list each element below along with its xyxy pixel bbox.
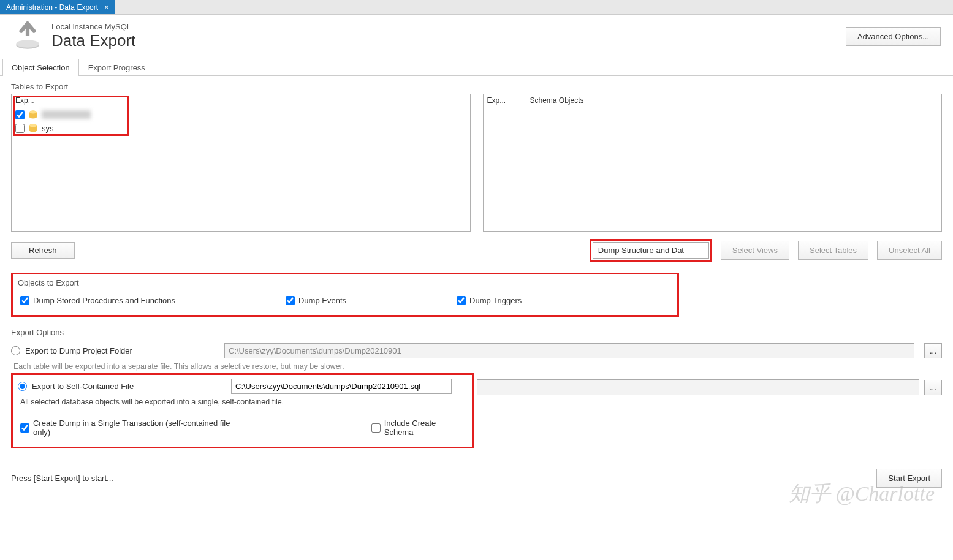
export-file-label: Export to Self-Contained File xyxy=(32,382,134,391)
col-exp-right: Exp... xyxy=(487,96,512,105)
file-path-input[interactable] xyxy=(231,379,452,394)
window-tab-bar: Administration - Data Export × xyxy=(0,0,953,15)
advanced-options-button[interactable]: Advanced Options... xyxy=(846,27,941,46)
tab-object-selection[interactable]: Object Selection xyxy=(2,59,79,76)
schema-checkbox-sys[interactable] xyxy=(15,124,25,133)
folder-help-text: Each table will be exported into a separ… xyxy=(13,362,942,371)
single-transaction-label: Create Dump in a Single Transaction (sel… xyxy=(33,418,249,437)
tables-to-export-label: Tables to Export xyxy=(11,82,942,91)
export-options-label: Export Options xyxy=(11,328,942,337)
svg-point-1 xyxy=(16,40,39,48)
dump-triggers-label: Dump Triggers xyxy=(469,296,522,305)
objects-to-export-label: Objects to Export xyxy=(18,278,672,287)
file-path-input-ext xyxy=(477,379,919,395)
start-export-button[interactable]: Start Export xyxy=(876,469,942,488)
window-tab-data-export[interactable]: Administration - Data Export × xyxy=(0,0,115,14)
single-transaction-option[interactable]: Create Dump in a Single Transaction (sel… xyxy=(20,418,249,437)
instance-label: Local instance MySQL xyxy=(51,22,135,31)
svg-point-3 xyxy=(29,111,37,114)
schema-row[interactable]: sys xyxy=(15,121,466,135)
dump-procs-checkbox[interactable] xyxy=(20,296,29,305)
browse-file-button[interactable]: ... xyxy=(924,380,942,395)
col-schema-objects: Schema Objects xyxy=(530,96,584,105)
schema-list[interactable]: Exp... sys xyxy=(11,94,471,232)
single-transaction-checkbox[interactable] xyxy=(20,423,29,433)
export-file-radio[interactable] xyxy=(18,382,27,391)
select-tables-button[interactable]: Select Tables xyxy=(798,241,868,260)
export-folder-radio[interactable] xyxy=(11,346,20,355)
schema-checkbox-1[interactable] xyxy=(15,110,25,119)
database-icon xyxy=(28,110,38,119)
select-views-button[interactable]: Select Views xyxy=(721,241,789,260)
refresh-button[interactable]: Refresh xyxy=(11,242,75,259)
unselect-all-button[interactable]: Unselect All xyxy=(877,241,942,260)
page-title: Data Export xyxy=(51,31,135,50)
dump-events-label: Dump Events xyxy=(298,296,346,305)
schema-name-sys: sys xyxy=(42,124,54,133)
include-schema-option[interactable]: Include Create Schema xyxy=(371,418,467,437)
dump-events-option[interactable]: Dump Events xyxy=(286,296,346,305)
dump-type-select[interactable]: Dump Structure and Dat xyxy=(593,242,709,259)
dump-procs-label: Dump Stored Procedures and Functions xyxy=(33,296,175,305)
col-exp: Exp... xyxy=(15,96,40,105)
objects-list[interactable]: Exp... Schema Objects xyxy=(483,94,943,232)
close-icon[interactable]: × xyxy=(104,2,109,12)
dump-procs-option[interactable]: Dump Stored Procedures and Functions xyxy=(20,296,175,305)
browse-folder-button[interactable]: ... xyxy=(924,343,942,358)
dump-events-checkbox[interactable] xyxy=(286,296,295,305)
schema-name-hidden xyxy=(42,110,91,119)
tab-export-progress[interactable]: Export Progress xyxy=(79,59,154,76)
header: Local instance MySQL Data Export Advance… xyxy=(0,15,953,58)
dump-triggers-checkbox[interactable] xyxy=(457,296,466,305)
database-icon xyxy=(28,123,38,133)
dump-triggers-option[interactable]: Dump Triggers xyxy=(457,296,522,305)
dump-type-value: Dump Structure and Dat xyxy=(598,246,684,255)
tab-strip: Object Selection Export Progress xyxy=(0,58,953,76)
svg-point-5 xyxy=(29,124,37,127)
export-folder-label: Export to Dump Project Folder xyxy=(25,346,132,355)
schema-row[interactable] xyxy=(15,108,466,121)
status-text: Press [Start Export] to start... xyxy=(11,474,113,483)
folder-path-input[interactable] xyxy=(224,343,914,358)
include-schema-label: Include Create Schema xyxy=(384,418,467,437)
export-icon xyxy=(12,21,43,51)
window-tab-title: Administration - Data Export xyxy=(6,3,98,12)
include-schema-checkbox[interactable] xyxy=(371,423,381,433)
